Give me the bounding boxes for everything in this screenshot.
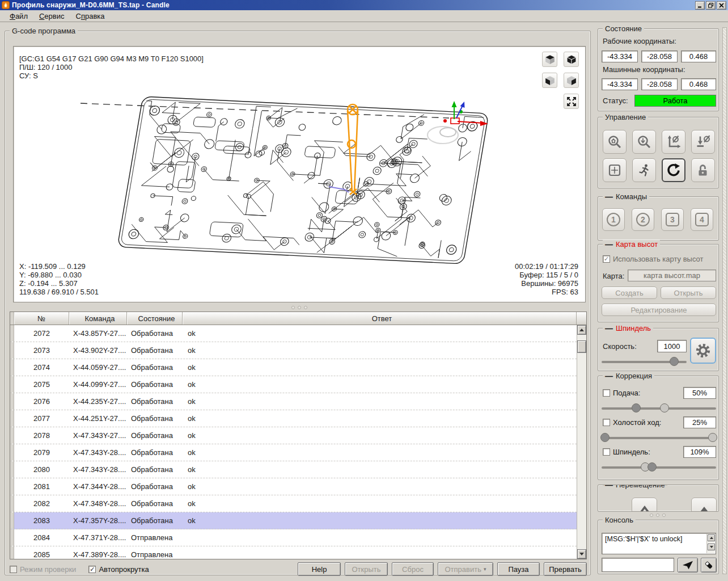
collapse-jog-toggle[interactable]: —: [605, 485, 613, 488]
console-clear-button[interactable]: [701, 558, 717, 572]
spindle-override-slider[interactable]: [602, 462, 716, 472]
column-state[interactable]: Состояние: [127, 312, 183, 325]
rapid-override-slider[interactable]: [602, 433, 716, 443]
spindle-override-checkbox[interactable]: Шпиндель:: [603, 448, 650, 456]
table-row[interactable]: 2074X-44.059Y-27....Обработанаok: [10, 359, 577, 376]
table-row[interactable]: 2082X-47.348Y-28....Обработанаok: [10, 495, 577, 512]
slider-handle[interactable]: [600, 433, 610, 442]
restore-origin-button[interactable]: [603, 158, 627, 182]
feed-override-checkbox[interactable]: Подача:: [603, 389, 640, 397]
slider-handle[interactable]: [647, 462, 657, 471]
override-group-title: Коррекция: [616, 372, 652, 380]
view-side-button[interactable]: [564, 73, 579, 88]
collapse-heightmap-toggle[interactable]: —: [605, 242, 613, 247]
table-row[interactable]: 2073X-43.902Y-27....Обработанаok: [10, 342, 577, 359]
rapid-override-checkbox[interactable]: Холостой ход:: [603, 418, 661, 427]
reset-button[interactable]: [662, 158, 685, 182]
spindle-speed-input[interactable]: 1000: [657, 340, 687, 352]
footer-open-button[interactable]: Открыть: [345, 562, 388, 576]
table-scrollbar[interactable]: [577, 325, 586, 559]
feed-override-value[interactable]: 50%: [683, 387, 716, 399]
console-scroll-up[interactable]: [708, 534, 715, 541]
unlock-button[interactable]: [691, 158, 715, 182]
column-command[interactable]: Команда: [69, 312, 127, 325]
console-scrollbar[interactable]: [706, 534, 715, 553]
use-heightmap-checkbox[interactable]: ✓ Использовать карту высот: [603, 255, 703, 263]
view-fit-button[interactable]: [564, 94, 579, 109]
feed-override-slider[interactable]: [602, 403, 716, 413]
scroll-up-button[interactable]: [577, 325, 586, 335]
z-probe-button[interactable]: [632, 130, 656, 154]
autoscroll-checkbox[interactable]: ✓ Автопрокрутка: [88, 565, 149, 574]
slider-handle[interactable]: [660, 403, 669, 412]
heightmap-create-button[interactable]: Создать: [602, 287, 657, 299]
safe-position-button[interactable]: [632, 158, 656, 182]
table-row[interactable]: 2075X-44.099Y-27....Обработанаok: [10, 376, 577, 393]
collapse-spindle-toggle[interactable]: —: [605, 326, 613, 331]
heightmap-edit-button[interactable]: Редактирование: [602, 304, 716, 316]
console-scroll-down[interactable]: [708, 544, 715, 550]
jog-step-up-button[interactable]: [632, 498, 657, 512]
table-row[interactable]: 2076X-44.235Y-27....Обработанаok: [10, 393, 577, 410]
rapid-override-value[interactable]: 25%: [683, 416, 716, 428]
viz-table-splitter[interactable]: [13, 304, 586, 311]
heightmap-open-button[interactable]: Открыть: [661, 287, 716, 299]
command-4-button[interactable]: 4: [691, 208, 713, 231]
view-front-button[interactable]: [542, 73, 557, 88]
panel-scrollbar[interactable]: [722, 27, 727, 574]
gcode-3d-viewport[interactable]: [GC:G1 G54 G17 G21 G90 G94 M3 M9 T0 F120…: [13, 46, 586, 302]
table-row[interactable]: 2078X-47.343Y-27....Обработанаok: [10, 427, 577, 444]
zero-xy-button[interactable]: [662, 130, 685, 154]
spindle-toggle-button[interactable]: [690, 338, 716, 364]
table-row[interactable]: 2079X-47.343Y-28....Обработанаok: [10, 444, 577, 461]
column-number[interactable]: №: [14, 312, 69, 325]
check-mode-checkbox[interactable]: Режим проверки: [10, 565, 76, 574]
spindle-override-value[interactable]: 109%: [683, 446, 716, 458]
zero-z-button[interactable]: [691, 130, 715, 154]
scroll-thumb[interactable]: [577, 340, 586, 353]
collapse-commands-toggle[interactable]: —: [605, 194, 613, 200]
title-bar[interactable]: Профиль снаружи_M-D0.6MM_TS.tap - Candle: [0, 0, 728, 10]
speed-label: Скорость:: [603, 342, 637, 351]
footer-help-button[interactable]: Help: [298, 562, 341, 576]
command-1-button[interactable]: 1: [602, 208, 625, 231]
slider-handle[interactable]: [632, 403, 641, 412]
close-button[interactable]: [717, 1, 726, 10]
menu-help[interactable]: Справка: [71, 11, 110, 22]
use-heightmap-label: Использовать карту высот: [613, 255, 703, 263]
menu-service[interactable]: Сервис: [34, 11, 70, 22]
jog-up-button[interactable]: [691, 498, 717, 512]
table-row[interactable]: 2084X-47.371Y-28....Отправлена: [10, 529, 577, 546]
slider-handle[interactable]: [670, 357, 679, 366]
console-send-button[interactable]: [678, 558, 698, 572]
table-row[interactable]: 2077X-44.251Y-27....Обработанаok: [10, 410, 577, 427]
footer-abort-button[interactable]: Прервать: [544, 562, 587, 576]
table-row[interactable]: 2080X-47.343Y-28....Обработанаok: [10, 461, 577, 478]
footer-send-button[interactable]: Отправить▾: [438, 562, 493, 576]
slider-handle[interactable]: [708, 433, 717, 442]
footer-reset-button[interactable]: Сброс: [392, 562, 434, 576]
command-3-button[interactable]: 3: [661, 208, 684, 231]
column-response[interactable]: Ответ: [183, 312, 577, 325]
table-row[interactable]: 2081X-47.344Y-28....Обработанаok: [10, 478, 577, 495]
restore-button[interactable]: [706, 1, 716, 10]
minimize-button[interactable]: [695, 1, 705, 10]
footer-pause-button[interactable]: Пауза: [497, 562, 540, 576]
spindle-speed-slider[interactable]: [602, 357, 687, 367]
window-title: Профиль снаружи_M-D0.6MM_TS.tap - Candle: [12, 1, 170, 9]
table-row[interactable]: 2085X-47.389Y-28....Отправлена: [10, 546, 577, 559]
scroll-down-button[interactable]: [577, 549, 586, 559]
command-2-button[interactable]: 2: [632, 208, 654, 231]
menu-file[interactable]: Файл: [5, 11, 33, 22]
jog-group: —Перемещение: [598, 485, 719, 512]
view-isometric-button[interactable]: [564, 52, 579, 67]
console-log[interactable]: [MSG:'$H'|'$X' to unlock]: [602, 533, 716, 554]
table-row[interactable]: 2083X-47.357Y-28....Обработанаok: [10, 512, 577, 529]
collapse-override-toggle[interactable]: —: [605, 373, 613, 379]
view-top-button[interactable]: [542, 52, 557, 67]
table-row[interactable]: 2072X-43.857Y-27....Обработанаok: [10, 325, 577, 342]
command-number: 3: [666, 213, 679, 226]
search-home-button[interactable]: [603, 130, 627, 154]
console-command-input[interactable]: [602, 558, 674, 572]
progress-readout: 00:02:19 / 01:17:29 Буфер: 115 / 5 / 0 В…: [515, 262, 578, 296]
